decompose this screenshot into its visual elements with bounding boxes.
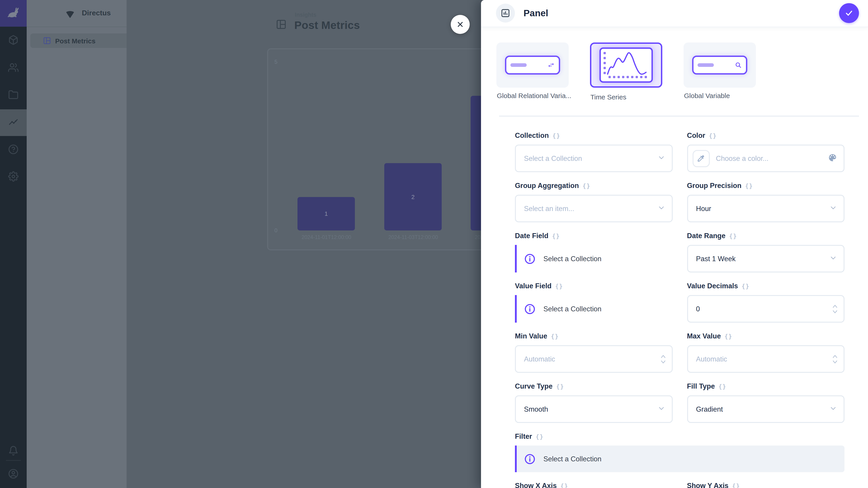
- field-label: Show Y Axis: [687, 482, 728, 488]
- group-precision-select[interactable]: Hour: [687, 195, 844, 222]
- field-curve-type: Curve Type{} Smooth: [515, 382, 673, 423]
- y-axis-tick-min: 0: [274, 227, 283, 234]
- raw-value-icon[interactable]: {}: [718, 383, 726, 390]
- panel-type-global-relational-variable[interactable]: Global Relational Varia...: [496, 42, 569, 88]
- raw-value-icon[interactable]: {}: [536, 433, 544, 440]
- field-fill-type: Fill Type{} Gradient: [687, 382, 844, 423]
- raw-value-icon[interactable]: {}: [552, 232, 560, 239]
- bar-chart-icon: [500, 8, 510, 18]
- project-chooser[interactable]: Directus: [27, 0, 127, 27]
- color-swatch-button[interactable]: [692, 150, 710, 167]
- field-date-range: Date Range{} Past 1 Week: [687, 231, 844, 272]
- field-min-value: Min Value{} Automatic: [515, 332, 673, 373]
- number-stepper[interactable]: [832, 304, 838, 314]
- chevron-down-icon: [832, 309, 838, 314]
- raw-value-icon[interactable]: {}: [745, 182, 753, 189]
- field-label: Date Field: [515, 232, 548, 240]
- number-placeholder: Automatic: [524, 355, 555, 363]
- field-date-field: Date Field{} Select a Collection: [515, 231, 673, 272]
- notice-text: Select a Collection: [544, 455, 601, 463]
- select-placeholder: Select an item...: [524, 204, 574, 213]
- raw-value-icon[interactable]: {}: [553, 132, 560, 139]
- users-icon: [8, 62, 19, 74]
- y-axis-tick-max: 5: [274, 59, 283, 65]
- help-circle-icon: [8, 144, 19, 156]
- panel-type-time-series[interactable]: Time Series: [590, 42, 662, 88]
- bar-value-label: 2: [384, 193, 442, 200]
- group-aggregation-select[interactable]: Select an item...: [515, 195, 673, 222]
- dashboard-icon: [276, 19, 287, 30]
- drawer-close-button[interactable]: [451, 15, 470, 34]
- chevron-down-icon: [829, 254, 837, 264]
- min-value-input[interactable]: Automatic: [515, 345, 673, 373]
- raw-value-icon[interactable]: {}: [742, 283, 749, 289]
- info-icon: [524, 453, 536, 465]
- module-content-button[interactable]: [0, 30, 27, 52]
- color-input[interactable]: Choose a color...: [687, 144, 844, 172]
- drawer-header: Panel: [481, 0, 868, 27]
- panel-type-label: Time Series: [590, 93, 626, 101]
- raw-value-icon[interactable]: {}: [732, 482, 740, 488]
- project-name: Directus: [82, 9, 111, 17]
- panel-options-form: Collection{} Select a Collection Color{}…: [515, 117, 844, 488]
- gear-icon: [8, 171, 19, 184]
- field-group-aggregation: Group Aggregation{} Select an item...: [515, 181, 673, 222]
- raw-value-icon[interactable]: {}: [556, 383, 564, 390]
- save-panel-button[interactable]: [839, 3, 859, 23]
- cube-icon: [8, 35, 19, 47]
- panel-icon-badge: [496, 4, 515, 23]
- bar-2024-11-03: 2: [384, 163, 442, 230]
- account-button[interactable]: [0, 464, 27, 486]
- module-users-button[interactable]: [0, 57, 27, 79]
- directus-logo-button[interactable]: [0, 0, 27, 27]
- fill-type-select[interactable]: Gradient: [687, 395, 844, 423]
- field-label: Min Value: [515, 332, 547, 340]
- chevron-down-icon: [657, 404, 665, 414]
- field-label: Color: [687, 131, 705, 140]
- raw-value-icon[interactable]: {}: [551, 333, 559, 339]
- curve-type-select[interactable]: Smooth: [515, 395, 673, 423]
- app-root: Directus Post Metrics Insights Post Metr…: [0, 0, 868, 488]
- x-axis-tick: 2024-11-03T12:00:00: [375, 234, 452, 240]
- swap-arrows-icon: [548, 61, 555, 69]
- raw-value-icon[interactable]: {}: [560, 482, 568, 488]
- field-label: Group Aggregation: [515, 182, 579, 190]
- nav-sidebar: Directus Post Metrics: [27, 0, 127, 488]
- field-label: Value Field: [515, 282, 552, 290]
- time-series-illustration: [599, 47, 653, 83]
- module-files-button[interactable]: [0, 85, 27, 107]
- chevron-down-icon: [657, 203, 665, 214]
- field-label: Value Decimals: [687, 282, 738, 290]
- field-show-y-axis: Show Y Axis{}: [687, 481, 844, 488]
- date-field-notice: Select a Collection: [515, 245, 673, 272]
- number-stepper[interactable]: [832, 354, 838, 364]
- date-range-select[interactable]: Past 1 Week: [687, 245, 844, 272]
- raw-value-icon[interactable]: {}: [729, 232, 737, 239]
- x-axis-tick: 2024-11-01T12:00:00: [288, 234, 365, 240]
- max-value-input[interactable]: Automatic: [687, 345, 844, 373]
- field-max-value: Max Value{} Automatic: [687, 332, 844, 373]
- field-label: Fill Type: [687, 382, 715, 390]
- raw-value-icon[interactable]: {}: [709, 132, 717, 139]
- folder-icon: [8, 90, 19, 102]
- palette-icon[interactable]: [828, 153, 837, 164]
- chevron-down-icon: [657, 153, 665, 163]
- info-icon: [524, 303, 536, 315]
- value-field-notice: Select a Collection: [515, 295, 673, 323]
- account-circle-icon: [8, 468, 19, 481]
- dashboard-layout-icon: [43, 37, 51, 45]
- raw-value-icon[interactable]: {}: [583, 182, 590, 189]
- notifications-button[interactable]: [0, 441, 27, 463]
- raw-value-icon[interactable]: {}: [724, 333, 733, 339]
- collection-select[interactable]: Select a Collection: [515, 144, 673, 172]
- breadcrumb: Insights: [295, 12, 316, 18]
- panel-type-global-variable[interactable]: Global Variable: [684, 42, 756, 88]
- number-stepper[interactable]: [660, 354, 666, 364]
- module-help-button[interactable]: [0, 139, 27, 161]
- module-settings-button[interactable]: [0, 166, 27, 188]
- project-fan-icon: [65, 8, 75, 21]
- relational-variable-illustration: [505, 56, 560, 74]
- value-decimals-input[interactable]: 0: [687, 295, 844, 323]
- module-insights-button[interactable]: [0, 112, 27, 134]
- raw-value-icon[interactable]: {}: [555, 283, 563, 289]
